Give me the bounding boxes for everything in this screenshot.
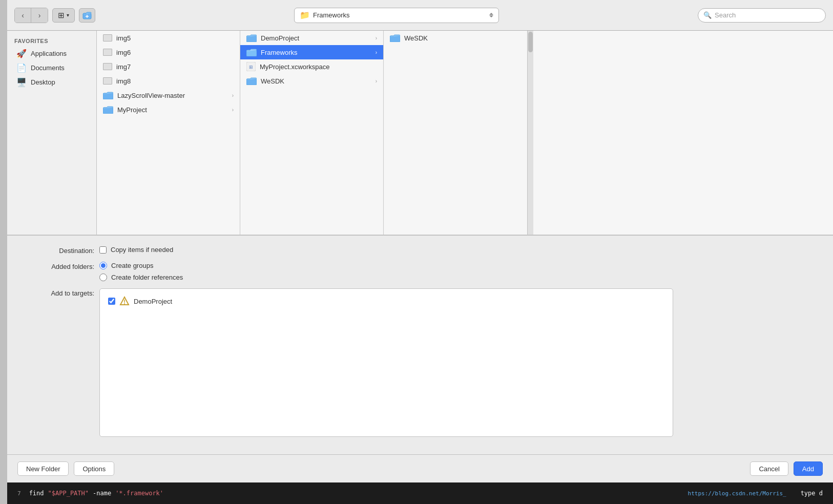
bottom-bar-right: Cancel Add <box>750 461 823 476</box>
targets-box: DemoProject <box>99 288 673 437</box>
folder-icon <box>246 34 257 42</box>
favorites-section-title: Favorites <box>7 36 96 46</box>
added-folders-content: Create groups Create folder references <box>99 262 183 281</box>
left-sidebar-accent <box>0 0 7 504</box>
lower-panel: Destination: Copy items if needed Added … <box>7 235 833 454</box>
folder-icon <box>103 91 113 99</box>
copy-items-label: Copy items if needed <box>111 246 173 254</box>
list-item-xcworkspace[interactable]: ⊞ MyProject.xcworkspace <box>240 59 383 74</box>
location-label: Frameworks <box>313 11 486 19</box>
create-groups-radio[interactable] <box>99 262 107 269</box>
column-2: DemoProject › Frameworks › <box>240 31 384 235</box>
chevron-icon: › <box>376 78 377 84</box>
terminal-pattern: '*.framework' <box>115 490 163 497</box>
list-item-wesdk[interactable]: WeSDK › <box>240 74 383 88</box>
location-bar[interactable]: 📁 Frameworks <box>294 8 499 23</box>
sidebar-item-label-desktop: Desktop <box>31 78 55 86</box>
app-icon <box>119 296 130 306</box>
list-item-frameworks[interactable]: Frameworks › <box>240 45 383 59</box>
sidebar-item-documents[interactable]: 📄 Documents <box>9 61 94 75</box>
svg-rect-10 <box>390 36 400 42</box>
terminal-url: https://blog.csdn.net/Morris_ <box>688 490 786 497</box>
file-icon <box>103 34 112 41</box>
terminal-line-number: 7 <box>17 490 21 497</box>
demoproject-app-icon <box>119 296 130 306</box>
list-item[interactable]: LazyScrollView-master › <box>97 88 240 102</box>
column-3: WeSDK <box>384 31 527 235</box>
location-arrows[interactable] <box>489 13 493 17</box>
folder-icon <box>246 77 257 85</box>
sidebar-item-desktop[interactable]: 🖥️ Desktop <box>9 75 94 89</box>
view-toggle-button[interactable]: ⊞ ▾ <box>52 8 75 23</box>
scrollbar-thumb <box>528 32 533 52</box>
new-folder-button[interactable]: New Folder <box>17 461 69 476</box>
list-item[interactable]: img6 <box>97 45 240 59</box>
added-folders-row: Added folders: Create groups Create fold… <box>28 262 813 281</box>
chevron-icon-selected: › <box>376 50 377 55</box>
forward-icon: › <box>38 11 41 19</box>
svg-rect-6 <box>246 50 257 56</box>
sidebar: Favorites 🚀 Applications 📄 Documents 🖥️ … <box>7 31 97 235</box>
destination-content: Copy items if needed <box>99 246 173 254</box>
back-icon: ‹ <box>22 11 24 19</box>
create-groups-row: Create groups <box>99 262 183 269</box>
chevron-icon: › <box>232 93 234 98</box>
destination-row: Destination: Copy items if needed <box>28 246 813 255</box>
list-item[interactable]: img5 <box>97 31 240 45</box>
list-item-wesdk-col3[interactable]: WeSDK <box>384 31 527 45</box>
list-item[interactable]: MyProject › <box>97 102 240 117</box>
column-scrollbar[interactable] <box>527 31 533 235</box>
bottom-bar: New Folder Options Cancel Add <box>7 454 833 482</box>
target-demoproject-checkbox[interactable] <box>108 298 115 305</box>
applications-icon: 🚀 <box>16 49 27 58</box>
svg-text:⊞: ⊞ <box>249 65 253 70</box>
file-icon <box>103 77 112 85</box>
copy-items-row: Copy items if needed <box>99 246 173 254</box>
nav-button-group: ‹ › <box>14 8 48 23</box>
create-folder-refs-radio[interactable] <box>99 274 107 281</box>
list-item[interactable]: img8 <box>97 74 240 88</box>
toolbar: ‹ › ⊞ ▾ 📁 <box>7 0 833 31</box>
file-icon <box>103 63 112 70</box>
create-groups-label: Create groups <box>111 262 153 269</box>
documents-icon: 📄 <box>16 63 27 73</box>
location-folder-icon: 📁 <box>300 10 310 20</box>
options-button[interactable]: Options <box>74 461 114 476</box>
search-icon: 🔍 <box>703 11 712 19</box>
file-icon <box>103 49 112 56</box>
copy-items-checkbox[interactable] <box>99 246 107 254</box>
svg-rect-5 <box>246 36 257 42</box>
sidebar-item-label-applications: Applications <box>31 50 67 57</box>
terminal-type: type d <box>801 490 823 497</box>
forward-button[interactable]: › <box>31 8 48 23</box>
back-button[interactable]: ‹ <box>15 8 31 23</box>
list-item[interactable]: img7 <box>97 59 240 74</box>
desktop-icon: 🖥️ <box>16 77 27 87</box>
chevron-icon: › <box>232 107 234 113</box>
new-folder-toolbar-button[interactable] <box>79 8 95 23</box>
list-item[interactable]: DemoProject › <box>240 31 383 45</box>
target-demoproject-label: DemoProject <box>134 298 172 305</box>
folder-icon-selected <box>246 48 257 56</box>
terminal-command: find <box>29 490 44 497</box>
sidebar-item-applications[interactable]: 🚀 Applications <box>9 47 94 60</box>
xcworkspace-icon: ⊞ <box>246 62 256 71</box>
svg-rect-9 <box>246 79 257 85</box>
cancel-button[interactable]: Cancel <box>750 461 788 476</box>
search-input[interactable] <box>715 11 820 19</box>
bottom-bar-left: New Folder Options <box>17 461 114 476</box>
folder-icon <box>390 34 400 42</box>
column-1: img5 img6 img7 img8 <box>97 31 240 235</box>
create-folder-refs-label: Create folder references <box>111 274 183 281</box>
create-folder-refs-row: Create folder references <box>99 274 183 281</box>
view-chevron-icon: ▾ <box>67 12 69 18</box>
terminal-bar: 7 find "$APP_PATH" -name '*.framework' h… <box>7 482 833 504</box>
add-to-targets-label: Add to targets: <box>28 288 94 297</box>
chevron-icon: › <box>376 35 377 41</box>
search-bar[interactable]: 🔍 <box>698 8 826 23</box>
columns-view-icon: ⊞ <box>58 11 65 20</box>
sidebar-item-label-documents: Documents <box>31 64 65 72</box>
svg-rect-3 <box>103 93 113 99</box>
add-button[interactable]: Add <box>794 461 823 476</box>
folder-icon <box>103 106 113 114</box>
